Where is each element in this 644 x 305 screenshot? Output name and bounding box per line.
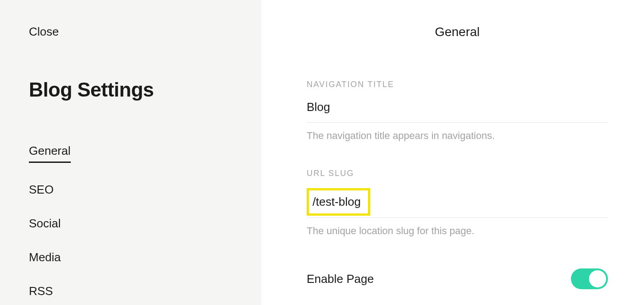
navigation-title-group: NAVIGATION TITLE The navigation title ap… [307, 80, 608, 142]
url-slug-highlight: /test-blog [307, 188, 370, 216]
enable-page-toggle[interactable] [571, 268, 608, 289]
settings-main: General NAVIGATION TITLE The navigation … [262, 0, 644, 305]
nav-item-seo[interactable]: SEO [29, 183, 54, 197]
url-slug-group: URL SLUG /test-blog The unique location … [307, 169, 608, 237]
url-slug-underline [307, 217, 608, 218]
url-slug-input[interactable]: /test-blog [313, 195, 361, 208]
nav-item-media[interactable]: Media [29, 250, 61, 264]
nav-item-rss[interactable]: RSS [29, 284, 53, 298]
nav-item-general[interactable]: General [29, 144, 71, 163]
enable-page-row: Enable Page [307, 268, 608, 289]
url-slug-description: The unique location slug for this page. [307, 225, 608, 237]
settings-nav: General SEO Social Media RSS Advanced [29, 144, 262, 305]
navigation-title-input[interactable] [307, 99, 608, 123]
settings-sidebar: Close Blog Settings General SEO Social M… [0, 0, 262, 305]
navigation-title-description: The navigation title appears in navigati… [307, 130, 608, 142]
nav-item-social[interactable]: Social [29, 217, 61, 231]
enable-page-label: Enable Page [307, 272, 374, 286]
settings-title: Blog Settings [29, 79, 262, 101]
url-slug-label: URL SLUG [307, 169, 608, 178]
navigation-title-label: NAVIGATION TITLE [307, 80, 608, 89]
panel-title: General [307, 25, 608, 39]
close-button[interactable]: Close [29, 25, 59, 39]
toggle-knob [589, 270, 606, 287]
